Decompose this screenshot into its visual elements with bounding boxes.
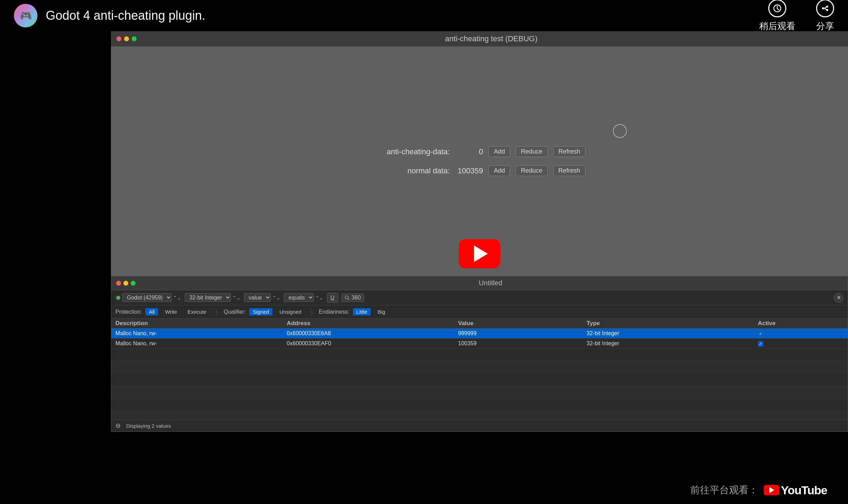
mem-protection-bar: Protection: All Write Execute | Qualifie…	[111, 305, 848, 319]
mem-close-dot[interactable]	[116, 281, 121, 286]
qualifier-signed-button[interactable]: Signed	[249, 308, 272, 315]
row1-type: 32-bit Integer	[587, 330, 758, 337]
anti-cheating-refresh-button[interactable]: Refresh	[553, 146, 586, 157]
protection-execute-button[interactable]: Execute	[184, 308, 210, 315]
normal-data-row: normal data: 100359 Add Reduce Refresh	[373, 165, 585, 176]
platform-text: 前往平台观看： YouTube	[690, 484, 827, 497]
equals-dropdown-arrow: ⌃⌄	[315, 295, 323, 301]
youtube-icon	[764, 485, 779, 495]
process-icon	[115, 295, 121, 301]
row1-address: 0x60000330E6A8	[287, 330, 458, 337]
endianness-big-button[interactable]: Big	[374, 308, 389, 315]
footer-icon: ⊖	[115, 422, 121, 429]
play-triangle-icon	[474, 245, 488, 262]
compare-selector[interactable]: value ⌃⌄	[244, 293, 280, 302]
window-close-dot[interactable]	[116, 36, 121, 41]
top-bar: 🎮 Godot 4 anti-cheating plugin. 稍后观看	[0, 0, 848, 31]
window-minimize-dot[interactable]	[124, 36, 129, 41]
qualifier-label: Qualifier:	[224, 309, 246, 315]
col-description: Description	[115, 320, 287, 327]
anti-cheating-value: 0	[455, 147, 483, 156]
table-row[interactable]: Malloc Nano, rw- 0x60000330EAF0 100359 3…	[111, 339, 848, 349]
avatar: 🎮	[14, 4, 37, 27]
empty-row	[111, 349, 848, 361]
qualifier-unsigned-button[interactable]: Unsigned	[276, 308, 305, 315]
row2-description: Malloc Nano, rw-	[115, 340, 287, 347]
empty-row	[111, 374, 848, 386]
share-icon	[816, 0, 834, 17]
platform-prefix: 前往平台观看：	[690, 484, 758, 497]
godot-window-title: anti-cheating test (DEBUG)	[140, 34, 842, 43]
memory-tool-window: Untitled Godot (42959) ⌃⌄ 32-bit Integer	[111, 276, 848, 432]
mem-window-title: Untitled	[138, 279, 843, 287]
search-icon	[345, 295, 349, 300]
process-dropdown-arrow: ⌃⌄	[173, 295, 181, 301]
normal-data-refresh-button[interactable]: Refresh	[553, 165, 586, 176]
table-row[interactable]: Malloc Nano, rw- 0x60000330E6A8 999999 3…	[111, 329, 848, 339]
youtube-wordmark: YouTube	[781, 484, 827, 497]
protection-all-button[interactable]: All	[145, 308, 158, 315]
mem-titlebar: Untitled	[111, 276, 848, 290]
compare-dropdown-arrow: ⌃⌄	[272, 295, 280, 301]
col-value: Value	[458, 320, 587, 327]
normal-data-reduce-button[interactable]: Reduce	[516, 165, 547, 176]
anti-cheating-row: anti-cheating-data: 0 Add Reduce Refresh	[373, 146, 585, 157]
anti-cheating-reduce-button[interactable]: Reduce	[516, 146, 547, 157]
footer-text: Displaying 2 values	[126, 423, 171, 429]
col-active: Active	[758, 320, 843, 327]
mem-maximize-dot[interactable]	[131, 281, 136, 286]
endianness-little-button[interactable]: Little	[353, 308, 371, 315]
svg-point-3	[822, 7, 824, 9]
row2-address: 0x60000330EAF0	[287, 340, 458, 347]
empty-row	[111, 386, 848, 399]
svg-point-4	[116, 296, 120, 300]
watch-later-button[interactable]: 稍后观看	[759, 0, 795, 32]
play-button[interactable]	[459, 239, 500, 268]
empty-row	[111, 411, 848, 419]
watch-later-icon	[768, 0, 786, 17]
col-address: Address	[287, 320, 458, 327]
underline-button[interactable]: U	[327, 293, 338, 303]
protection-write-button[interactable]: Write	[162, 308, 181, 315]
compare-dropdown[interactable]: value	[244, 293, 271, 302]
search-value: 360	[352, 295, 361, 301]
row1-value: 999999	[458, 330, 587, 337]
normal-data-value: 100359	[455, 166, 483, 175]
process-selector[interactable]: Godot (42959) ⌃⌄	[115, 293, 181, 302]
video-title: Godot 4 anti-cheating plugin.	[46, 8, 759, 23]
row2-active: ✓	[758, 340, 843, 347]
mem-minimize-dot[interactable]	[123, 281, 128, 286]
process-dropdown[interactable]: Godot (42959)	[122, 293, 172, 302]
mem-window-dots	[116, 281, 136, 286]
mem-empty-rows	[111, 349, 848, 419]
share-button[interactable]: 分享	[816, 0, 834, 32]
bottom-bar: 前往平台观看： YouTube	[0, 476, 848, 504]
equals-dropdown[interactable]: equals	[284, 293, 314, 302]
row2-type: 32-bit Integer	[587, 340, 758, 347]
top-actions: 稍后观看 分享	[759, 0, 834, 32]
video-container: anti-cheating test (DEBUG) anti-cheating…	[111, 31, 848, 476]
empty-row	[111, 361, 848, 374]
godot-titlebar: anti-cheating test (DEBUG)	[111, 31, 848, 46]
type-selector[interactable]: 32-bit Integer ⌃⌄	[185, 293, 241, 302]
equals-selector[interactable]: equals ⌃⌄	[284, 293, 323, 302]
anti-cheating-label: anti-cheating-data:	[373, 147, 450, 156]
row1-active: ✓	[758, 330, 843, 337]
mem-footer: ⊖ Displaying 2 values	[111, 420, 848, 432]
anti-cheating-add-button[interactable]: Add	[488, 146, 510, 157]
svg-point-1	[826, 6, 828, 8]
protection-label: Protection:	[115, 309, 142, 315]
type-dropdown[interactable]: 32-bit Integer	[185, 293, 231, 302]
mem-table-header: Description Address Value Type Active	[111, 319, 848, 329]
col-type: Type	[587, 320, 758, 327]
youtube-logo: YouTube	[764, 484, 827, 497]
normal-data-add-button[interactable]: Add	[488, 165, 510, 176]
mem-table-body: Malloc Nano, rw- 0x60000330E6A8 999999 3…	[111, 329, 848, 419]
window-maximize-dot[interactable]	[132, 36, 137, 41]
close-search-button[interactable]: ✕	[834, 293, 843, 303]
cursor-indicator	[613, 124, 627, 138]
endianness-label: Endianness:	[319, 309, 349, 315]
search-field[interactable]: 360	[341, 294, 364, 302]
svg-line-6	[348, 298, 349, 300]
normal-data-label: normal data:	[373, 166, 450, 175]
